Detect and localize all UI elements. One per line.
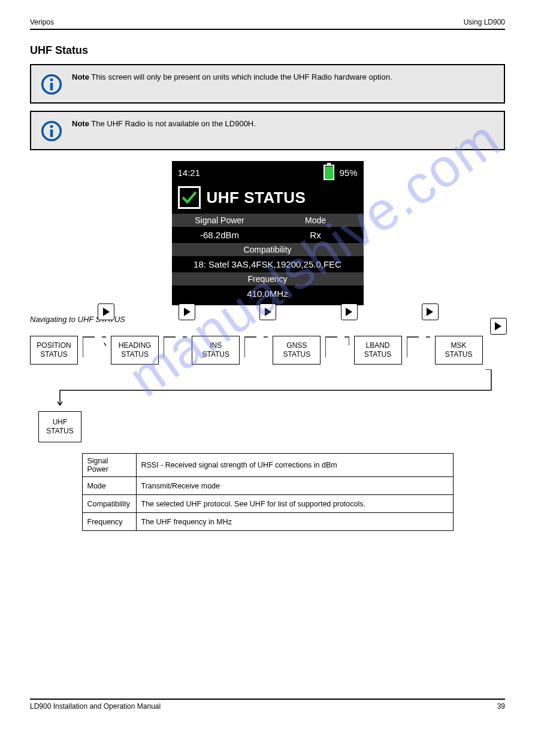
device-screen: 14:21 95% UHF STATUS Signal Power Mode -… (172, 161, 364, 305)
flow-label: GNSSSTATUS (283, 341, 311, 359)
dev-val-freq: 410.0MHz (172, 286, 364, 302)
svg-rect-1 (50, 83, 53, 90)
table-label: Signal Power (82, 454, 136, 477)
table-label: Compatibility (82, 495, 136, 513)
section-title: UHF Status (30, 44, 505, 57)
footer-page: 39 (497, 702, 505, 711)
play-icon[interactable] (422, 303, 439, 320)
table-desc: The UHF frequency in MHz (136, 513, 453, 531)
battery-pct: 95% (339, 168, 357, 178)
footer-left: LD900 Installation and Operation Manual (30, 702, 161, 711)
dev-head-mode: Mode (268, 214, 364, 227)
battery-icon (324, 165, 334, 180)
table-desc: Transmit/Receive mode (136, 477, 453, 495)
play-icon[interactable] (179, 303, 195, 320)
flow-box-lband: LBANDSTATUS (354, 336, 402, 365)
dev-val-compat: 18: Satel 3AS,4FSK,19200,25.0,FEC (172, 256, 364, 272)
table-row: FrequencyThe UHF frequency in MHz (82, 513, 453, 531)
note-box-1: Note This screen will only be present on… (30, 64, 505, 104)
play-icon[interactable] (341, 303, 358, 320)
note-text: The UHF Radio is not available on the LD… (89, 119, 256, 128)
svg-rect-5 (50, 125, 53, 128)
table-desc: The selected UHF protocol. See UHF for l… (136, 495, 453, 513)
header-rule (30, 29, 505, 30)
spec-table: Signal PowerRSSI - Received signal stren… (82, 453, 454, 531)
header-left: Veripos (30, 18, 54, 26)
svg-rect-4 (50, 129, 53, 137)
note-box-2: Note The UHF Radio is not available on t… (30, 111, 505, 150)
flow-diagram: POSITIONSTATUS HEADINGSTATUS INSSTATUS G… (30, 325, 505, 448)
flow-box-position: POSITIONSTATUS (30, 336, 78, 365)
flow-label: POSITIONSTATUS (37, 341, 71, 359)
battery-indicator: 95% (324, 165, 357, 180)
play-icon[interactable] (98, 303, 114, 320)
table-row: ModeTransmit/Receive mode (82, 477, 453, 495)
table-label: Frequency (82, 513, 136, 531)
flow-box-heading: HEADINGSTATUS (111, 336, 159, 365)
flow-box-msk: MSKSTATUS (435, 336, 483, 365)
dev-val-mode: Rx (268, 227, 364, 243)
flow-label: MSKSTATUS (445, 341, 473, 359)
table-label: Mode (82, 477, 136, 495)
note-body: Note This screen will only be present on… (72, 72, 494, 81)
table-row: CompatibilityThe selected UHF protocol. … (82, 495, 453, 513)
info-icon (41, 74, 62, 95)
flow-box-uhf: UHFSTATUS (38, 411, 81, 442)
play-icon[interactable] (259, 303, 276, 320)
header-right: Using LD900 (464, 18, 505, 26)
note-text: This screen will only be present on unit… (89, 72, 392, 81)
flow-label: HEADINGSTATUS (119, 341, 152, 359)
flow-box-ins: INSSTATUS (192, 336, 240, 365)
note-label: Note (72, 72, 89, 81)
device-title: UHF STATUS (207, 189, 306, 207)
flow-box-gnss: GNSSSTATUS (273, 336, 321, 365)
table-desc: RSSI - Received signal strength of UHF c… (136, 454, 453, 477)
dev-head-compat: Compatibility (172, 243, 364, 256)
note-label: Note (72, 119, 89, 128)
dev-head-signal: Signal Power (172, 214, 268, 227)
status-check-icon (178, 186, 201, 209)
flow-label: UHFSTATUS (46, 418, 74, 435)
table-row: Signal PowerRSSI - Received signal stren… (82, 454, 453, 477)
svg-rect-2 (50, 78, 53, 81)
dev-head-freq: Frequency (172, 272, 364, 286)
info-icon (41, 120, 62, 142)
flow-label: INSSTATUS (202, 341, 229, 359)
play-icon[interactable] (490, 318, 507, 335)
flow-label: LBANDSTATUS (364, 341, 392, 359)
dev-val-signal: -68.2dBm (172, 227, 268, 243)
note-body: Note The UHF Radio is not available on t… (72, 119, 494, 128)
device-time: 14:21 (178, 168, 201, 178)
